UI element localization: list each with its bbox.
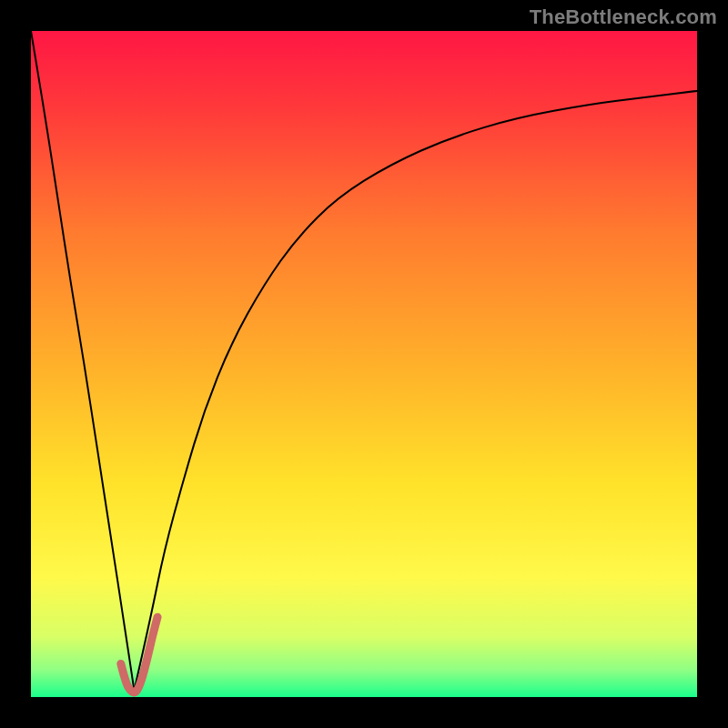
gradient-background (31, 31, 697, 697)
bottleneck-chart (31, 31, 697, 697)
attribution-text: TheBottleneck.com (530, 5, 717, 29)
chart-frame: TheBottleneck.com (0, 0, 728, 728)
plot-area (31, 31, 697, 697)
